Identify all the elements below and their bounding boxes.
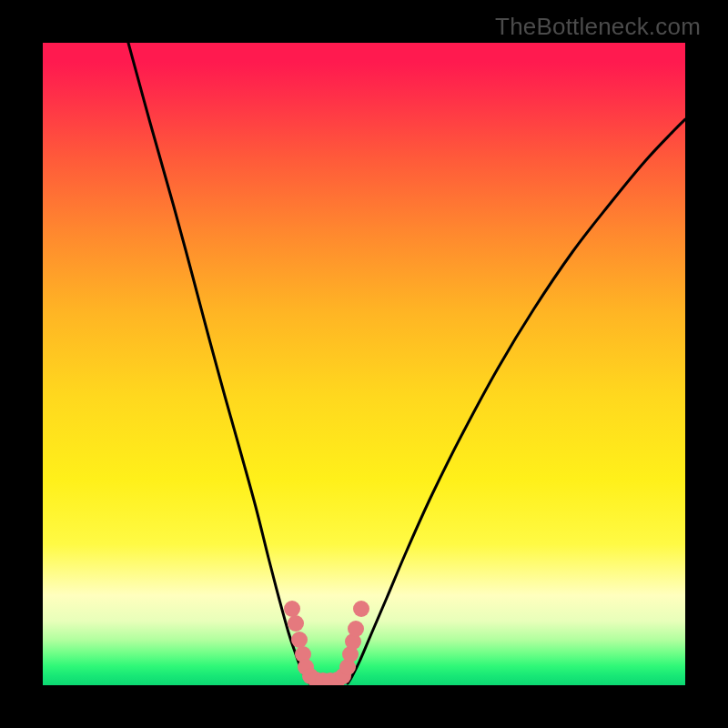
marker-dot [284, 601, 300, 617]
curve-left-branch [128, 43, 309, 683]
watermark-text: TheBottleneck.com [495, 13, 701, 41]
curve-layer [128, 43, 685, 683]
marker-layer [284, 601, 369, 685]
marker-dot [353, 601, 369, 617]
chart-frame: TheBottleneck.com [0, 0, 728, 728]
curve-right-branch [348, 119, 685, 683]
marker-dot [291, 632, 308, 648]
chart-svg [43, 43, 685, 685]
plot-area [43, 43, 685, 685]
marker-dot [288, 615, 304, 632]
marker-dot [348, 621, 364, 637]
